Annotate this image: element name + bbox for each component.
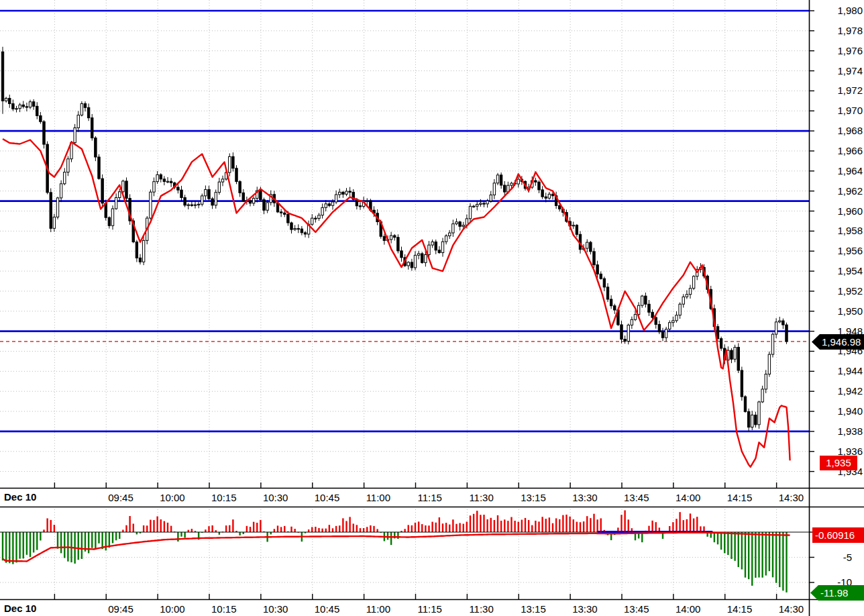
time-tick-label: 14:00 [676, 603, 701, 615]
price-tick-label: 1,968 [837, 125, 863, 136]
time-tick-label: 11:00 [366, 603, 390, 615]
time-tick-label: 11:15 [418, 492, 442, 503]
price-tick-label: 1,976 [837, 45, 863, 56]
time-axis[interactable]: 09:4509:4510:0010:0010:1510:1510:3010:30… [54, 482, 804, 615]
time-tick-label: 10:15 [211, 603, 237, 615]
price-tick-label: 1,952 [837, 285, 863, 297]
time-tick-label: 10:15 [211, 492, 237, 503]
time-tick-label: 14:00 [676, 492, 701, 503]
price-tick-label: 1,940 [837, 405, 863, 417]
time-tick-label: 09:45 [108, 492, 133, 503]
price-tick-label: 1,974 [837, 65, 863, 76]
time-tick-label: 11:00 [366, 492, 390, 503]
last-price-tag: 1,946.98 [812, 334, 864, 350]
time-tick-label: 13:15 [521, 492, 546, 503]
price-tick-label: 1,962 [837, 185, 863, 197]
price-tick-label: 1,944 [837, 365, 863, 376]
price-tick-label: 1,938 [837, 425, 863, 437]
price-tick-label: 1,980 [837, 5, 863, 16]
grid-lines [0, 0, 809, 599]
price-tick-label: 1,972 [837, 85, 863, 96]
time-tick-label: 10:45 [315, 492, 340, 503]
price-tick-label: 1,950 [837, 305, 863, 317]
time-tick-label: 11:30 [469, 492, 493, 503]
time-tick-label: 14:15 [727, 603, 753, 615]
time-tick-label: 11:15 [418, 603, 442, 615]
price-tick-label: 1,958 [837, 225, 863, 236]
time-tick-label: 14:30 [779, 603, 804, 615]
spot-line [3, 139, 790, 467]
main-time-axis-date-label: Dec 10 [4, 491, 36, 503]
signal-value-tag: -0.60916 [812, 527, 864, 543]
time-tick-label: 10:00 [160, 603, 185, 615]
price-axis[interactable]: 1,9801,9781,9761,9741,9721,9701,9681,966… [809, 5, 863, 477]
spot-price-tag: 1,935 [820, 456, 857, 470]
time-tick-label: 10:00 [160, 492, 185, 503]
basis-histogram [2, 510, 788, 592]
lower-time-axis-date-label: Dec 10 [4, 603, 36, 614]
histogram-value-tag: -11.98 [810, 585, 864, 601]
trading-chart-window: 1,9801,9781,9761,9741,9721,9701,9681,966… [0, 0, 864, 616]
support-resistance-lines[interactable] [0, 11, 809, 431]
time-tick-label: 13:30 [572, 603, 598, 615]
time-tick-label: 13:15 [521, 603, 546, 615]
time-tick-label: 13:45 [624, 492, 649, 503]
candlestick-series[interactable] [1, 47, 788, 431]
time-tick-label: 13:30 [572, 492, 598, 503]
price-tick-label: 1,978 [837, 25, 863, 36]
time-tick-label: 10:30 [263, 603, 288, 615]
price-tick-label: 1,960 [837, 205, 863, 217]
time-tick-label: 11:30 [469, 603, 493, 615]
time-tick-label: 10:30 [263, 492, 288, 503]
price-tick-label: 1,956 [837, 245, 863, 256]
chart-canvas[interactable]: 1,9801,9781,9761,9741,9721,9701,9681,966… [0, 0, 864, 616]
price-tick-label: 1,942 [837, 385, 863, 397]
price-tick-label: 1,966 [837, 145, 863, 156]
time-tick-label: 14:15 [727, 492, 753, 503]
price-tick-label: 1,970 [837, 105, 863, 116]
time-tick-label: 10:45 [315, 603, 340, 615]
price-tick-label: 1,954 [837, 265, 863, 276]
time-tick-label: 13:45 [624, 603, 649, 615]
time-tick-label: 14:30 [779, 492, 804, 503]
spread-tick-label: -5 [843, 552, 852, 563]
price-tick-label: 1,964 [837, 165, 863, 176]
time-tick-label: 09:45 [108, 603, 133, 615]
